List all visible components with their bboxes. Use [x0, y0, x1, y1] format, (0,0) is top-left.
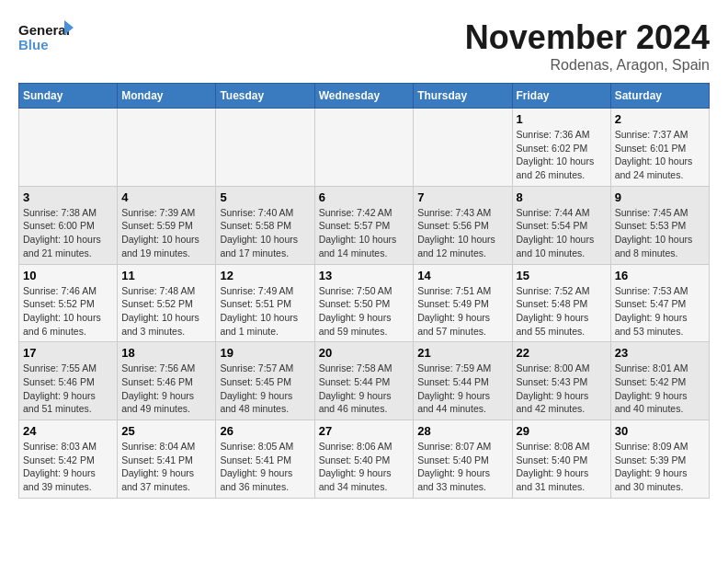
day-info: Sunrise: 8:06 AM Sunset: 5:40 PM Dayligh… [319, 440, 410, 494]
month-title: November 2024 [465, 18, 710, 57]
day-info: Sunrise: 7:38 AM Sunset: 6:00 PM Dayligh… [23, 206, 113, 260]
weekday-header-row: SundayMondayTuesdayWednesdayThursdayFrid… [19, 84, 710, 109]
day-info: Sunrise: 7:50 AM Sunset: 5:50 PM Dayligh… [319, 284, 410, 339]
day-number: 15 [517, 269, 607, 282]
day-info: Sunrise: 7:57 AM Sunset: 5:45 PM Dayligh… [220, 362, 310, 416]
calendar-cell: 3Sunrise: 7:38 AM Sunset: 6:00 PM Daylig… [19, 186, 118, 264]
day-number: 24 [23, 424, 113, 438]
calendar-week-row: 24Sunrise: 8:03 AM Sunset: 5:42 PM Dayli… [19, 420, 710, 499]
day-info: Sunrise: 7:56 AM Sunset: 5:46 PM Dayligh… [121, 362, 211, 416]
location-subtitle: Rodenas, Aragon, Spain [465, 57, 710, 74]
day-info: Sunrise: 7:58 AM Sunset: 5:44 PM Dayligh… [319, 362, 410, 416]
day-number: 4 [121, 190, 211, 204]
day-number: 21 [417, 346, 507, 360]
weekday-header: Tuesday [216, 84, 314, 109]
day-number: 20 [319, 346, 410, 360]
calendar-cell: 8Sunrise: 7:44 AM Sunset: 5:54 PM Daylig… [512, 186, 610, 264]
day-number: 26 [220, 424, 310, 438]
day-info: Sunrise: 8:00 AM Sunset: 5:43 PM Dayligh… [517, 362, 607, 416]
calendar-cell: 19Sunrise: 7:57 AM Sunset: 5:45 PM Dayli… [216, 342, 314, 420]
day-number: 27 [319, 424, 410, 438]
calendar-cell: 4Sunrise: 7:39 AM Sunset: 5:59 PM Daylig… [118, 186, 216, 264]
weekday-header: Wednesday [314, 84, 414, 109]
calendar-week-row: 17Sunrise: 7:55 AM Sunset: 5:46 PM Dayli… [19, 342, 710, 420]
calendar-cell: 6Sunrise: 7:42 AM Sunset: 5:57 PM Daylig… [314, 186, 414, 264]
weekday-header: Friday [512, 84, 610, 109]
calendar-cell: 18Sunrise: 7:56 AM Sunset: 5:46 PM Dayli… [118, 342, 216, 420]
calendar-cell: 28Sunrise: 8:07 AM Sunset: 5:40 PM Dayli… [414, 420, 512, 499]
day-info: Sunrise: 8:03 AM Sunset: 5:42 PM Dayligh… [23, 440, 113, 494]
weekday-header: Monday [118, 84, 216, 109]
day-number: 2 [615, 112, 705, 126]
day-number: 29 [517, 424, 607, 438]
day-info: Sunrise: 7:39 AM Sunset: 5:59 PM Dayligh… [121, 206, 211, 260]
day-info: Sunrise: 7:43 AM Sunset: 5:56 PM Dayligh… [417, 206, 507, 260]
calendar-cell: 14Sunrise: 7:51 AM Sunset: 5:49 PM Dayli… [414, 264, 512, 342]
calendar-cell [19, 109, 118, 187]
calendar-cell: 20Sunrise: 7:58 AM Sunset: 5:44 PM Dayli… [314, 342, 414, 420]
day-number: 13 [319, 269, 410, 282]
calendar-cell: 12Sunrise: 7:49 AM Sunset: 5:51 PM Dayli… [216, 264, 314, 342]
day-number: 25 [121, 424, 211, 438]
day-info: Sunrise: 7:48 AM Sunset: 5:52 PM Dayligh… [121, 284, 211, 339]
day-info: Sunrise: 7:45 AM Sunset: 5:53 PM Dayligh… [615, 206, 705, 260]
day-info: Sunrise: 7:51 AM Sunset: 5:49 PM Dayligh… [417, 284, 507, 339]
day-info: Sunrise: 8:07 AM Sunset: 5:40 PM Dayligh… [417, 440, 507, 494]
header: GeneralBlue November 2024 Rodenas, Arago… [18, 18, 710, 74]
day-number: 6 [319, 190, 410, 204]
day-number: 9 [615, 190, 705, 204]
calendar-cell: 23Sunrise: 8:01 AM Sunset: 5:42 PM Dayli… [610, 342, 709, 420]
day-number: 12 [220, 269, 310, 282]
calendar-cell: 17Sunrise: 7:55 AM Sunset: 5:46 PM Dayli… [19, 342, 118, 420]
calendar-cell [414, 109, 512, 187]
day-number: 10 [23, 269, 113, 282]
calendar-cell: 26Sunrise: 8:05 AM Sunset: 5:41 PM Dayli… [216, 420, 314, 499]
day-info: Sunrise: 7:37 AM Sunset: 6:01 PM Dayligh… [615, 128, 705, 182]
day-info: Sunrise: 7:44 AM Sunset: 5:54 PM Dayligh… [517, 206, 607, 260]
day-number: 5 [220, 190, 310, 204]
day-info: Sunrise: 7:40 AM Sunset: 5:58 PM Dayligh… [220, 206, 310, 260]
logo-svg: GeneralBlue [18, 18, 74, 55]
day-number: 28 [417, 424, 507, 438]
calendar-week-row: 10Sunrise: 7:46 AM Sunset: 5:52 PM Dayli… [19, 264, 710, 342]
day-number: 18 [121, 346, 211, 360]
calendar-table: SundayMondayTuesdayWednesdayThursdayFrid… [18, 83, 710, 499]
calendar-cell [118, 109, 216, 187]
day-info: Sunrise: 7:49 AM Sunset: 5:51 PM Dayligh… [220, 284, 310, 339]
day-info: Sunrise: 8:04 AM Sunset: 5:41 PM Dayligh… [121, 440, 211, 494]
calendar-cell: 11Sunrise: 7:48 AM Sunset: 5:52 PM Dayli… [118, 264, 216, 342]
calendar-cell: 9Sunrise: 7:45 AM Sunset: 5:53 PM Daylig… [610, 186, 709, 264]
weekday-header: Thursday [414, 84, 512, 109]
calendar-cell: 15Sunrise: 7:52 AM Sunset: 5:48 PM Dayli… [512, 264, 610, 342]
day-number: 1 [517, 112, 607, 126]
calendar-cell: 27Sunrise: 8:06 AM Sunset: 5:40 PM Dayli… [314, 420, 414, 499]
calendar-week-row: 1Sunrise: 7:36 AM Sunset: 6:02 PM Daylig… [19, 109, 710, 187]
day-number: 23 [615, 346, 705, 360]
calendar-cell: 24Sunrise: 8:03 AM Sunset: 5:42 PM Dayli… [19, 420, 118, 499]
day-info: Sunrise: 8:09 AM Sunset: 5:39 PM Dayligh… [615, 440, 705, 494]
day-number: 7 [417, 190, 507, 204]
day-number: 14 [417, 269, 507, 282]
day-info: Sunrise: 7:59 AM Sunset: 5:44 PM Dayligh… [417, 362, 507, 416]
calendar-cell [216, 109, 314, 187]
calendar-cell: 5Sunrise: 7:40 AM Sunset: 5:58 PM Daylig… [216, 186, 314, 264]
svg-text:Blue: Blue [18, 37, 49, 52]
day-number: 11 [121, 269, 211, 282]
calendar-cell: 2Sunrise: 7:37 AM Sunset: 6:01 PM Daylig… [610, 109, 709, 187]
day-number: 19 [220, 346, 310, 360]
calendar-cell: 10Sunrise: 7:46 AM Sunset: 5:52 PM Dayli… [19, 264, 118, 342]
day-info: Sunrise: 7:36 AM Sunset: 6:02 PM Dayligh… [517, 128, 607, 182]
day-number: 17 [23, 346, 113, 360]
calendar-cell: 22Sunrise: 8:00 AM Sunset: 5:43 PM Dayli… [512, 342, 610, 420]
day-info: Sunrise: 7:46 AM Sunset: 5:52 PM Dayligh… [23, 284, 113, 339]
title-area: November 2024 Rodenas, Aragon, Spain [465, 18, 710, 74]
calendar-cell: 7Sunrise: 7:43 AM Sunset: 5:56 PM Daylig… [414, 186, 512, 264]
calendar-cell [314, 109, 414, 187]
logo: GeneralBlue [18, 18, 74, 55]
weekday-header: Sunday [19, 84, 118, 109]
weekday-header: Saturday [610, 84, 709, 109]
calendar-cell: 1Sunrise: 7:36 AM Sunset: 6:02 PM Daylig… [512, 109, 610, 187]
day-number: 8 [517, 190, 607, 204]
day-info: Sunrise: 7:55 AM Sunset: 5:46 PM Dayligh… [23, 362, 113, 416]
day-number: 16 [615, 269, 705, 282]
